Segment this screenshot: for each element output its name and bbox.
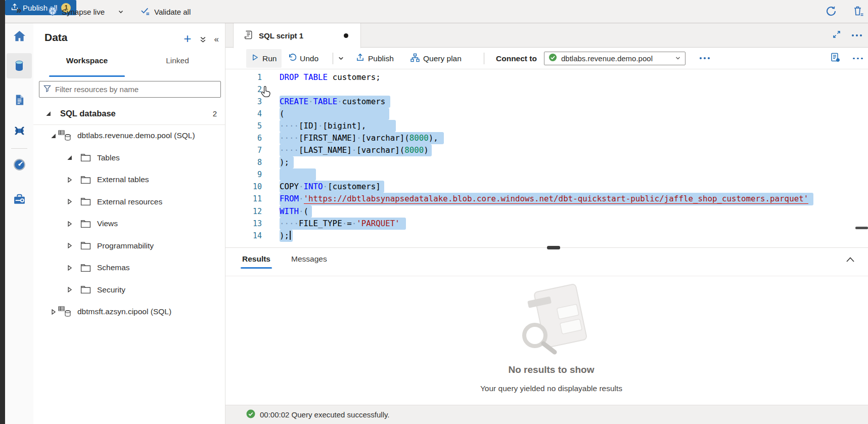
- sidebar-item-develop[interactable]: [7, 87, 32, 112]
- tab-messages[interactable]: Messages: [291, 255, 327, 264]
- tree-item-external-tables[interactable]: External tables: [33, 169, 225, 191]
- expand-menu-icon[interactable]: »: [16, 5, 21, 16]
- query-plan-button[interactable]: Query plan: [410, 48, 462, 69]
- code-line[interactable]: 4(: [225, 108, 868, 120]
- tree-item-views[interactable]: Views: [33, 213, 225, 235]
- code-text: ​: [280, 168, 316, 181]
- tree-item-label: Tables: [97, 153, 120, 162]
- code-line[interactable]: 14);: [225, 230, 868, 242]
- code-line[interactable]: 8);: [225, 156, 868, 168]
- undo-button[interactable]: Undo: [288, 48, 318, 69]
- sql-code-editor[interactable]: 1DROP TABLE customers;23CREATE·TABLE·cus…: [225, 69, 868, 247]
- collapsed-triangle-icon[interactable]: [67, 199, 72, 204]
- gauge-icon: [13, 158, 26, 172]
- discard-trash-icon[interactable]: [852, 5, 865, 18]
- tree-item-label: Programmability: [97, 241, 154, 250]
- no-results-subtitle: Your query yielded no displayable result…: [225, 384, 868, 393]
- tree-item-dbtlabs-revenue-demo-pool-sql[interactable]: dbtlabs.revenue.demo.pool (SQL): [33, 125, 225, 147]
- tree-item-external-resources[interactable]: External resources: [33, 191, 225, 213]
- filter-resources-input[interactable]: [55, 85, 216, 94]
- collapsed-triangle-icon[interactable]: [67, 287, 72, 292]
- sidebar-item-data[interactable]: [7, 53, 32, 78]
- code-line[interactable]: 12WITH·(: [225, 205, 868, 218]
- sidebar-item-manage[interactable]: [7, 186, 32, 211]
- run-options-chevron-icon[interactable]: [338, 48, 344, 69]
- expand-all-icon[interactable]: [199, 36, 207, 44]
- tab-results[interactable]: Results: [242, 255, 270, 264]
- code-text: ····[ID]·[bigint],: [280, 120, 396, 132]
- splitter-drag-handle[interactable]: [547, 246, 560, 249]
- line-number: 3: [225, 96, 262, 108]
- item-count: 2: [213, 109, 217, 118]
- validate-all-button[interactable]: Validate all: [141, 5, 191, 18]
- tree-item-label: External resources: [97, 197, 162, 206]
- workspace-mode-selector[interactable]: Synapse live: [48, 5, 124, 18]
- collapsed-triangle-icon[interactable]: [67, 243, 72, 248]
- code-text: ····[LAST_NAME]·[varchar](8000): [280, 144, 432, 156]
- tab-linked[interactable]: Linked: [156, 55, 199, 65]
- refresh-icon[interactable]: [825, 5, 838, 18]
- collapsed-triangle-icon[interactable]: [67, 221, 72, 227]
- code-line[interactable]: 11FROM·'https://dbtlabsynapsedatalake.bl…: [225, 193, 868, 205]
- run-play-icon: [251, 54, 259, 63]
- tree-item-sql-database[interactable]: SQL database2: [33, 103, 225, 125]
- code-text: );: [280, 156, 294, 168]
- code-line[interactable]: 1DROP TABLE customers;: [225, 71, 868, 83]
- results-divider: [225, 276, 868, 276]
- expand-editor-icon[interactable]: [833, 30, 841, 40]
- sidebar-item-monitor[interactable]: [7, 152, 32, 177]
- tree-item-dbtmsft-azsyn-cipool-sql[interactable]: dbtmsft.azsyn.cipool (SQL): [33, 301, 225, 323]
- line-number: 13: [225, 218, 262, 230]
- synapse-logo-icon: [48, 6, 58, 18]
- code-line[interactable]: 9​: [225, 168, 868, 181]
- command-bar: Run Undo Publish: [225, 48, 868, 69]
- folder-icon: [80, 197, 91, 206]
- tree-item-security[interactable]: Security: [33, 279, 225, 301]
- tab-more-actions-icon[interactable]: [852, 34, 862, 36]
- expanded-triangle-icon[interactable]: [67, 155, 72, 160]
- collapse-results-chevron-icon[interactable]: [846, 256, 855, 265]
- connect-more-actions-icon[interactable]: [700, 57, 710, 59]
- code-line[interactable]: 6····[FIRST_NAME]·[varchar](8000),: [225, 132, 868, 144]
- tree-item-programmability[interactable]: Programmability: [33, 235, 225, 257]
- run-button[interactable]: Run: [246, 49, 282, 68]
- top-bar: » Synapse live Validate all Publish all …: [5, 0, 868, 23]
- collapsed-triangle-icon[interactable]: [67, 265, 72, 271]
- toolbar-divider: [333, 53, 333, 64]
- sidebar-item-home[interactable]: [7, 23, 32, 49]
- tab-sql-script-1[interactable]: SQL script 1: [233, 23, 361, 48]
- line-number: 6: [225, 132, 262, 144]
- synapse-studio-window: » Synapse live Validate all Publish all …: [0, 0, 868, 424]
- activity-bar-divider: [11, 148, 27, 149]
- code-line[interactable]: 7····[LAST_NAME]·[varchar](8000): [225, 144, 868, 156]
- text-cursor: [290, 231, 291, 240]
- code-line[interactable]: 13····FILE_TYPE·=·'PARQUET': [225, 218, 868, 230]
- collapsed-triangle-icon[interactable]: [67, 177, 72, 183]
- code-line[interactable]: 5····[ID]·[bigint],: [225, 120, 868, 132]
- tree-item-schemas[interactable]: Schemas: [33, 257, 225, 279]
- folder-icon: [80, 153, 91, 162]
- editor-more-actions-icon[interactable]: [853, 58, 863, 60]
- tree-item-label: External tables: [97, 175, 149, 184]
- query-plan-icon: [410, 53, 420, 64]
- sidebar-item-integrate[interactable]: [7, 118, 32, 143]
- tab-workspace[interactable]: Workspace: [49, 55, 125, 65]
- editor-scrollbar[interactable]: [855, 227, 868, 229]
- publish-upload-icon: [356, 53, 364, 64]
- connect-to-pool-dropdown[interactable]: dbtlabs.revenue.demo.pool: [544, 52, 686, 65]
- code-text: );: [280, 230, 293, 242]
- code-line[interactable]: 2: [225, 83, 868, 96]
- collapsed-triangle-icon[interactable]: [51, 309, 56, 315]
- line-number: 7: [225, 144, 262, 156]
- properties-icon[interactable]: [830, 52, 841, 65]
- tree-item-tables[interactable]: Tables: [33, 147, 225, 169]
- code-line[interactable]: 3CREATE·TABLE·customers: [225, 96, 868, 108]
- toolbox-icon: [13, 192, 26, 206]
- collapse-panel-icon[interactable]: «: [214, 34, 219, 45]
- publish-button[interactable]: Publish: [356, 48, 394, 69]
- code-line[interactable]: 10COPY·INTO·[customers]: [225, 181, 868, 193]
- expanded-triangle-icon[interactable]: [51, 133, 56, 139]
- expanded-triangle-icon[interactable]: [45, 111, 51, 116]
- line-number: 9: [225, 168, 262, 181]
- add-resource-button[interactable]: +: [184, 33, 191, 44]
